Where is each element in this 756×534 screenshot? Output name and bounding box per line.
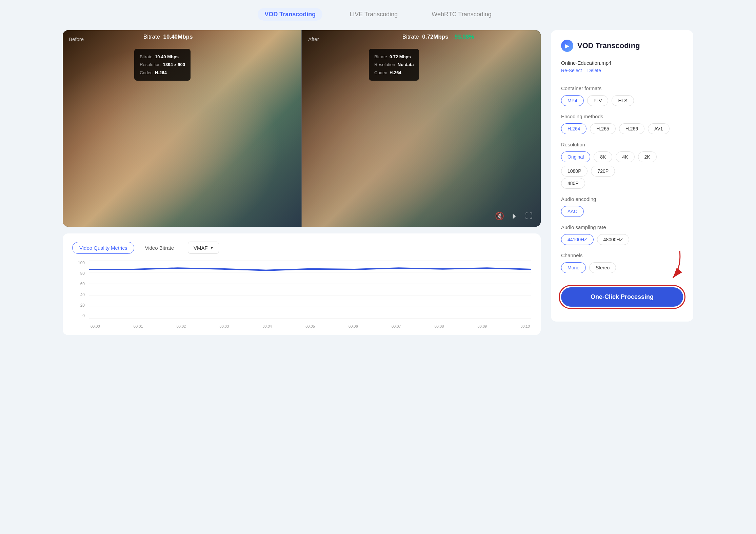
x-label-8: 00:08 bbox=[435, 324, 444, 328]
option-1080p[interactable]: 1080P bbox=[561, 166, 588, 177]
fullscreen-icon[interactable]: ⛶ bbox=[525, 212, 533, 221]
y-label-100: 100 bbox=[78, 261, 85, 265]
tab-quality-metrics[interactable]: Video Quality Metrics bbox=[72, 242, 134, 254]
before-bitrate-badge: Bitrate 10.40Mbps bbox=[143, 34, 193, 40]
y-label-40: 40 bbox=[80, 292, 85, 297]
left-panel: Before Bitrate 10.40Mbps Bitrate 10.40 M… bbox=[63, 30, 541, 335]
section-label-audio-encoding: Audio encoding bbox=[561, 196, 683, 202]
video-after-bg bbox=[302, 30, 541, 227]
option-mono[interactable]: Mono bbox=[561, 262, 586, 273]
option-4k[interactable]: 4K bbox=[616, 151, 634, 162]
mute-icon[interactable]: 🔇 bbox=[495, 212, 504, 221]
x-label-0: 00:00 bbox=[91, 324, 100, 328]
video-before: Before Bitrate 10.40Mbps Bitrate 10.40 M… bbox=[63, 30, 301, 227]
after-info-codec-label: Codec bbox=[374, 70, 387, 75]
x-label-6: 00:06 bbox=[349, 324, 358, 328]
options-resolution: Original 8K 4K 2K 1080P 720P bbox=[561, 151, 683, 177]
panel-icon: ▶ bbox=[561, 40, 573, 52]
after-info-codec-value: H.264 bbox=[390, 70, 401, 75]
file-name: Online-Education.mp4 bbox=[561, 60, 683, 66]
option-480p[interactable]: 480P bbox=[561, 178, 585, 189]
x-label-5: 00:05 bbox=[305, 324, 315, 328]
play-icon[interactable]: ⏵ bbox=[511, 212, 518, 221]
section-label-resolution: Resolution bbox=[561, 142, 683, 147]
y-label-60: 60 bbox=[80, 282, 85, 286]
x-label-1: 00:01 bbox=[134, 324, 143, 328]
x-label-10: 00:10 bbox=[520, 324, 530, 328]
after-info-tooltip: Bitrate 0.72 Mbps Resolution No data Cod… bbox=[369, 49, 419, 81]
option-2k[interactable]: 2K bbox=[638, 151, 657, 162]
section-label-encoding: Encoding methods bbox=[561, 114, 683, 119]
option-stereo[interactable]: Stereo bbox=[589, 262, 616, 273]
x-label-4: 00:04 bbox=[262, 324, 272, 328]
chevron-down-icon: ▾ bbox=[211, 245, 213, 251]
reselect-link[interactable]: Re-Select bbox=[561, 68, 582, 73]
file-info: Online-Education.mp4 Re-Select Delete bbox=[561, 60, 683, 73]
option-44100hz[interactable]: 44100HZ bbox=[561, 234, 594, 245]
option-48000hz[interactable]: 48000HZ bbox=[597, 234, 630, 245]
one-click-processing-button[interactable]: One-Click Processing bbox=[561, 287, 683, 307]
option-av1[interactable]: AV1 bbox=[648, 123, 669, 134]
vmaf-dropdown[interactable]: VMAF ▾ bbox=[188, 242, 219, 254]
tab-video-bitrate[interactable]: Video Bitrate bbox=[138, 242, 181, 254]
x-label-3: 00:03 bbox=[220, 324, 229, 328]
options-encoding-methods: H.264 H.265 H.266 AV1 bbox=[561, 123, 683, 134]
chart-inner: 00:00 00:01 00:02 00:03 00:04 00:05 00:0… bbox=[89, 261, 531, 328]
after-info-resolution-value: No data bbox=[398, 62, 414, 67]
after-label: After bbox=[308, 36, 319, 42]
before-info-codec-value: H.264 bbox=[155, 70, 167, 75]
option-h266[interactable]: H.266 bbox=[619, 123, 644, 134]
options-audio-sampling: 44100HZ 48000HZ bbox=[561, 234, 683, 245]
panel-header: ▶ VOD Transcoding bbox=[561, 40, 683, 52]
x-label-2: 00:02 bbox=[177, 324, 186, 328]
after-info-resolution-label: Resolution bbox=[374, 62, 395, 67]
panel-title: VOD Transcoding bbox=[577, 41, 640, 50]
file-actions: Re-Select Delete bbox=[561, 68, 683, 73]
option-aac[interactable]: AAC bbox=[561, 206, 584, 217]
chart-area: 100 80 60 40 20 0 bbox=[72, 261, 531, 328]
tab-live[interactable]: LIVE Transcoding bbox=[343, 8, 404, 21]
after-bitrate-label: Bitrate bbox=[402, 34, 419, 40]
video-player: Before Bitrate 10.40Mbps Bitrate 10.40 M… bbox=[63, 30, 541, 227]
option-8k[interactable]: 8K bbox=[594, 151, 612, 162]
option-mp4[interactable]: MP4 bbox=[561, 95, 584, 106]
top-navigation: VOD Transcoding LIVE Transcoding WebRTC … bbox=[0, 0, 756, 27]
option-720p[interactable]: 720P bbox=[591, 166, 615, 177]
red-arrow-svg bbox=[659, 247, 687, 281]
x-label-7: 00:07 bbox=[392, 324, 401, 328]
x-label-9: 00:09 bbox=[478, 324, 487, 328]
tab-vod[interactable]: VOD Transcoding bbox=[258, 8, 322, 21]
option-hls[interactable]: HLS bbox=[612, 95, 634, 106]
after-bitrate-badge: Bitrate 0.72Mbps ↓93.08% bbox=[402, 34, 474, 40]
video-controls: 🔇 ⏵ ⛶ bbox=[495, 212, 533, 221]
vod-icon: ▶ bbox=[565, 43, 569, 49]
after-bitrate-value: 0.72Mbps bbox=[422, 34, 448, 40]
option-h264[interactable]: H.264 bbox=[561, 123, 586, 134]
option-original[interactable]: Original bbox=[561, 151, 590, 162]
y-label-0: 0 bbox=[82, 313, 85, 318]
video-after: After Bitrate 0.72Mbps ↓93.08% Bitrate 0… bbox=[302, 30, 541, 227]
chart-x-labels: 00:00 00:01 00:02 00:03 00:04 00:05 00:0… bbox=[89, 319, 531, 328]
main-content: Before Bitrate 10.40Mbps Bitrate 10.40 M… bbox=[56, 27, 700, 345]
bitrate-reduction: ↓93.08% bbox=[452, 34, 474, 40]
y-label-80: 80 bbox=[80, 271, 85, 276]
right-panel: ▶ VOD Transcoding Online-Education.mp4 R… bbox=[551, 30, 693, 322]
metrics-section: Video Quality Metrics Video Bitrate VMAF… bbox=[63, 233, 541, 335]
before-info-bitrate-label: Bitrate bbox=[140, 54, 153, 59]
options-audio-encoding: AAC bbox=[561, 206, 683, 217]
tab-webrtc[interactable]: WebRTC Transcoding bbox=[425, 8, 498, 21]
before-bitrate-value: 10.40Mbps bbox=[163, 34, 193, 40]
chart-y-labels: 100 80 60 40 20 0 bbox=[72, 261, 87, 318]
delete-link[interactable]: Delete bbox=[587, 68, 601, 73]
section-label-container: Container formats bbox=[561, 85, 683, 91]
before-bitrate-label: Bitrate bbox=[143, 34, 160, 40]
video-split: Before Bitrate 10.40Mbps Bitrate 10.40 M… bbox=[63, 30, 541, 227]
option-h265[interactable]: H.265 bbox=[590, 123, 615, 134]
section-label-sampling: Audio sampling rate bbox=[561, 224, 683, 230]
before-info-bitrate-value: 10.40 Mbps bbox=[155, 54, 179, 59]
metrics-tabs: Video Quality Metrics Video Bitrate VMAF… bbox=[72, 242, 531, 254]
option-flv[interactable]: FLV bbox=[587, 95, 609, 106]
after-info-bitrate-label: Bitrate bbox=[374, 54, 387, 59]
before-info-resolution-value: 1394 x 900 bbox=[163, 62, 185, 67]
y-label-20: 20 bbox=[80, 303, 85, 308]
